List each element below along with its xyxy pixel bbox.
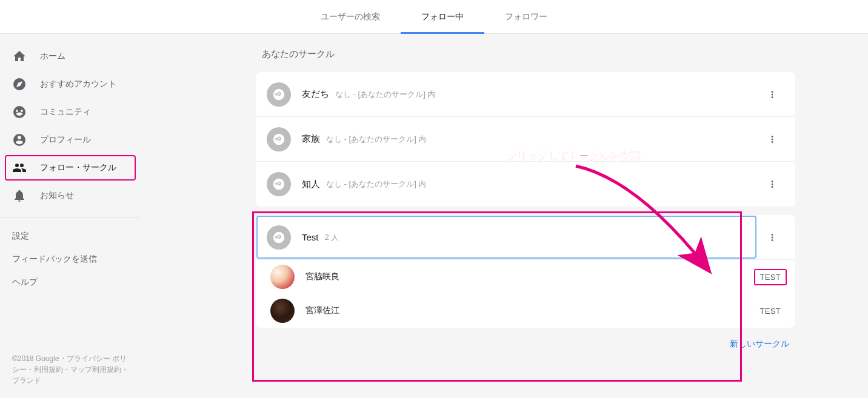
circle-sub: なし - [あなたのサークル] 内 (326, 179, 426, 190)
circle-name: 友だち (302, 88, 329, 100)
avatar (270, 299, 295, 323)
more-vert-icon (767, 232, 778, 243)
create-circle-link[interactable]: 新しいサークル (730, 339, 789, 348)
section-title: あなたのサークル (262, 48, 795, 60)
circle-count: 2 人 (325, 232, 339, 243)
sidebar-footer: ©2018 Google・プライバシー ポリシー・利用規約・マップ利用規約・ブラ… (0, 345, 141, 398)
row-menu-button[interactable] (760, 82, 784, 107)
sidebar-item-label: おすすめアカウント (40, 79, 116, 90)
circle-icon (267, 82, 291, 107)
circle-icon (267, 225, 291, 250)
member-row[interactable]: 宮脇咲良 TEST (256, 260, 795, 294)
sidebar-item-follow-circles[interactable]: フォロー・サークル (0, 154, 141, 182)
profile-icon (12, 133, 27, 147)
circle-icon (267, 127, 291, 151)
row-menu-button[interactable] (760, 127, 784, 151)
tab-search-users[interactable]: ユーザーの検索 (300, 0, 401, 33)
sidebar-link-settings[interactable]: 設定 (0, 225, 141, 248)
row-menu-button[interactable] (760, 172, 784, 196)
sidebar-link-feedback[interactable]: フィードバックを送信 (0, 248, 141, 271)
tab-followers[interactable]: フォロワー (484, 0, 568, 33)
sidebar-item-discover[interactable]: おすすめアカウント (0, 70, 141, 98)
sidebar-item-label: コミュニティ (40, 107, 91, 118)
create-circle-row: 新しいサークル (256, 328, 795, 353)
row-menu-button[interactable] (760, 225, 784, 250)
sidebar-item-communities[interactable]: コミュニティ (0, 98, 141, 126)
circles-card: 友だち なし - [あなたのサークル] 内 家族 なし - [あなたのサークル]… (256, 72, 795, 207)
sidebar-item-label: プロフィール (40, 134, 91, 145)
circle-row-acquaintances[interactable]: 知人 なし - [あなたのサークル] 内 (256, 162, 795, 207)
sidebar-item-label: ホーム (40, 51, 65, 62)
more-vert-icon (767, 179, 778, 190)
circle-name: 家族 (302, 133, 320, 145)
sidebar-item-home[interactable]: ホーム (0, 42, 141, 70)
communities-icon (12, 105, 27, 119)
circle-name: 知人 (302, 179, 320, 190)
circle-chip-button[interactable]: TEST (756, 270, 784, 284)
sidebar-item-profile[interactable]: プロフィール (0, 126, 141, 154)
circle-icon (267, 172, 291, 196)
member-name: 宮脇咲良 (305, 271, 339, 282)
circle-name: Test (302, 232, 319, 242)
circle-sub: なし - [あなたのサークル] 内 (335, 89, 435, 100)
more-vert-icon (767, 134, 778, 145)
bell-icon (12, 188, 27, 203)
sidebar-secondary: 設定 フィードバックを送信 ヘルプ (0, 225, 141, 294)
expanded-circle-card: Test 2 人 宮脇咲良 TEST 宮澤佐江 TEST (256, 215, 795, 328)
member-row[interactable]: 宮澤佐江 TEST (256, 294, 795, 328)
circle-chip-button[interactable]: TEST (756, 304, 784, 318)
sidebar: ホーム おすすめアカウント コミュニティ プロフィール フォロー・サークル お知… (0, 34, 141, 398)
sidebar-link-help[interactable]: ヘルプ (0, 271, 141, 294)
main-content: あなたのサークル 友だち なし - [あなたのサークル] 内 家族 なし - [… (141, 34, 868, 398)
people-icon (12, 161, 27, 175)
home-icon (12, 49, 27, 64)
circle-row-friends[interactable]: 友だち なし - [あなたのサークル] 内 (256, 72, 795, 117)
circle-sub: なし - [あなたのサークル] 内 (326, 134, 426, 145)
top-tabs: ユーザーの検索 フォロー中 フォロワー (0, 0, 868, 34)
sidebar-item-notifications[interactable]: お知らせ (0, 182, 141, 210)
more-vert-icon (767, 89, 778, 100)
circle-row-test[interactable]: Test 2 人 (256, 215, 795, 260)
member-name: 宮澤佐江 (305, 305, 339, 316)
sidebar-item-label: お知らせ (40, 190, 74, 201)
explore-icon (12, 77, 27, 91)
sidebar-item-label: フォロー・サークル (40, 162, 116, 173)
circle-row-family[interactable]: 家族 なし - [あなたのサークル] 内 (256, 117, 795, 162)
tab-following[interactable]: フォロー中 (401, 0, 484, 33)
avatar (270, 265, 295, 289)
sidebar-divider (0, 217, 141, 217)
